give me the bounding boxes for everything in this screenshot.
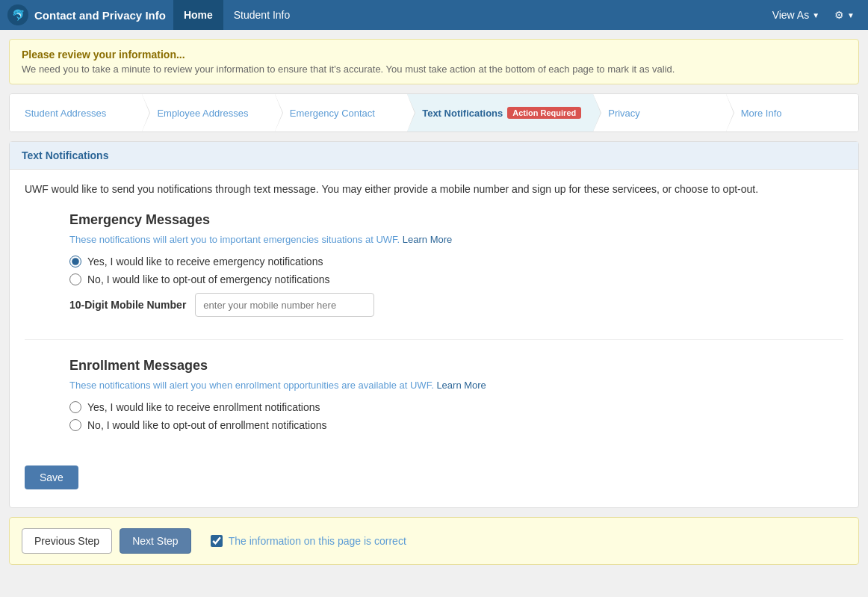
settings-chevron-icon: ▼ [847, 11, 855, 19]
action-required-badge: Action Required [507, 107, 581, 119]
enrollment-no-option[interactable]: No, I would like to opt-out of enrollmen… [69, 419, 843, 431]
emergency-yes-option[interactable]: Yes, I would like to receive emergency n… [69, 256, 843, 267]
main-wrapper: Please review your information... We nee… [0, 39, 868, 597]
emergency-yes-label: Yes, I would like to receive emergency n… [87, 256, 323, 267]
enrollment-yes-option[interactable]: Yes, I would like to receive enrollment … [69, 401, 843, 413]
top-nav: 🐬 Contact and Privacy Info Home Student … [0, 0, 868, 30]
enrollment-no-radio[interactable] [69, 419, 81, 431]
settings-menu[interactable]: ⚙ ▼ [828, 0, 861, 30]
step-privacy[interactable]: Privacy [593, 94, 725, 132]
enrollment-messages-section: Enrollment Messages These notifications … [69, 358, 843, 431]
section-header-title: Text Notifications [22, 149, 108, 161]
emergency-yes-radio[interactable] [69, 256, 81, 267]
app-title: Contact and Privacy Info [34, 9, 166, 22]
emergency-messages-desc: These notifications will alert you to im… [69, 234, 843, 245]
emergency-messages-title: Emergency Messages [69, 212, 843, 228]
step-text-notifications[interactable]: Text Notifications Action Required [407, 94, 593, 132]
alert-title: Please review your information... [22, 49, 846, 61]
mobile-field-row: 10-Digit Mobile Number [69, 293, 843, 317]
step-student-addresses[interactable]: Student Addresses [10, 94, 142, 132]
next-step-button[interactable]: Next Step [120, 528, 190, 554]
view-as-chevron-icon: ▼ [812, 11, 819, 19]
settings-icon: ⚙ [834, 9, 844, 21]
step-emergency-contact[interactable]: Emergency Contact [275, 94, 407, 132]
section-header: Text Notifications [10, 142, 858, 170]
enrollment-messages-title: Enrollment Messages [69, 358, 843, 374]
mobile-label: 10-Digit Mobile Number [69, 299, 186, 311]
alert-text: We need you to take a minute to review y… [22, 64, 846, 75]
emergency-messages-section: Emergency Messages These notifications w… [69, 212, 843, 317]
footer-bar: Previous Step Next Step The information … [9, 517, 859, 565]
steps-bar: Student Addresses Employee Addresses Eme… [9, 93, 859, 132]
page-correct-label: The information on this page is correct [229, 535, 406, 547]
enrollment-learn-more-link[interactable]: Learn More [436, 380, 486, 391]
footer-checkbox-area: The information on this page is correct [211, 535, 406, 547]
enrollment-yes-radio[interactable] [69, 401, 81, 413]
enrollment-yes-label: Yes, I would like to receive enrollment … [87, 401, 320, 413]
nav-links: Home Student Info [173, 0, 766, 30]
enrollment-messages-desc: These notifications will alert you when … [69, 380, 843, 391]
mobile-input[interactable] [195, 293, 374, 317]
step-employee-addresses[interactable]: Employee Addresses [142, 94, 274, 132]
alert-banner: Please review your information... We nee… [9, 39, 859, 84]
nav-home[interactable]: Home [173, 0, 223, 30]
nav-right: View As ▼ ⚙ ▼ [766, 0, 861, 30]
enrollment-no-label: No, I would like to opt-out of enrollmen… [87, 419, 327, 431]
save-button[interactable]: Save [25, 465, 78, 489]
page-correct-checkbox[interactable] [211, 535, 223, 547]
emergency-no-label: No, I would like to opt-out of emergency… [87, 273, 330, 285]
emergency-learn-more-link[interactable]: Learn More [403, 234, 452, 245]
view-as-menu[interactable]: View As ▼ [766, 0, 825, 30]
section-divider [25, 339, 843, 340]
section-body: UWF would like to send you notifications… [10, 170, 858, 507]
app-logo: 🐬 Contact and Privacy Info [7, 4, 166, 25]
step-more-info[interactable]: More Info [726, 94, 858, 132]
content-section: Text Notifications UWF would like to sen… [9, 141, 859, 508]
intro-text: UWF would like to send you notifications… [25, 182, 843, 197]
previous-step-button[interactable]: Previous Step [22, 528, 112, 554]
nav-student-info[interactable]: Student Info [223, 0, 301, 30]
logo-icon: 🐬 [7, 4, 28, 25]
emergency-no-option[interactable]: No, I would like to opt-out of emergency… [69, 273, 843, 285]
emergency-no-radio[interactable] [69, 273, 81, 285]
